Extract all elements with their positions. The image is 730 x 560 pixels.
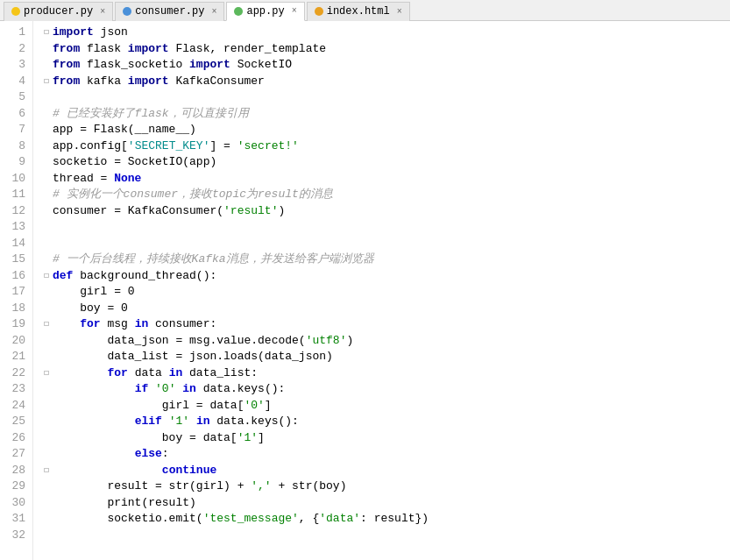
tab-icon-producer bbox=[11, 7, 20, 16]
fold-30[interactable] bbox=[40, 497, 53, 509]
fold-25[interactable] bbox=[40, 415, 53, 428]
code-line-16: ◻ def background_thread(): bbox=[40, 268, 730, 285]
fold-10[interactable] bbox=[40, 173, 53, 185]
code-line-21: data_list = json.loads(data_json) bbox=[40, 349, 730, 365]
ln-9: 9 bbox=[0, 154, 25, 171]
fold-20[interactable] bbox=[40, 335, 53, 347]
tab-label-producer: producer.py bbox=[24, 5, 93, 18]
tab-label-index: index.html bbox=[327, 5, 390, 18]
ln-18: 18 bbox=[0, 301, 25, 317]
ln-12: 12 bbox=[0, 203, 25, 220]
code-area[interactable]: ◻ import json from flask import Flask, r… bbox=[33, 21, 730, 560]
tab-close-index[interactable]: × bbox=[397, 7, 402, 17]
fold-28[interactable]: ◻ bbox=[40, 464, 53, 477]
code-line-20: data_json = msg.value.decode('utf8') bbox=[40, 333, 730, 350]
ln-15: 15 bbox=[0, 252, 25, 268]
fold-11[interactable] bbox=[40, 188, 53, 201]
fold-18[interactable] bbox=[40, 302, 53, 315]
fold-21[interactable] bbox=[40, 351, 53, 363]
code-line-12: consumer = KafkaConsumer('result') bbox=[40, 203, 730, 220]
fold-26[interactable] bbox=[40, 432, 53, 444]
fold-9[interactable] bbox=[40, 156, 53, 168]
fold-27[interactable] bbox=[40, 448, 53, 460]
code-line-23: if '0' in data.keys(): bbox=[40, 381, 730, 398]
tab-consumer[interactable]: consumer.py × bbox=[115, 2, 224, 21]
fold-16[interactable]: ◻ bbox=[40, 270, 53, 282]
code-line-32 bbox=[40, 528, 730, 544]
ln-31: 31 bbox=[0, 511, 25, 528]
ln-4: 4 bbox=[0, 74, 25, 90]
tab-index[interactable]: index.html × bbox=[307, 2, 410, 21]
fold-19[interactable]: ◻ bbox=[40, 318, 53, 330]
ln-24: 24 bbox=[0, 398, 25, 415]
fold-1[interactable]: ◻ bbox=[40, 26, 53, 39]
tab-close-producer[interactable]: × bbox=[100, 7, 105, 17]
code-line-24: girl = data['0'] bbox=[40, 398, 730, 415]
tab-icon-index bbox=[315, 7, 323, 16]
line-numbers: 1 2 3 4 5 6 7 8 9 10 11 12 13 14 15 16 1… bbox=[0, 21, 33, 560]
ln-1: 1 bbox=[0, 25, 25, 41]
ln-2: 2 bbox=[0, 41, 25, 58]
fold-3[interactable] bbox=[40, 59, 53, 71]
ln-3: 3 bbox=[0, 57, 25, 74]
tab-label-consumer: consumer.py bbox=[135, 5, 204, 18]
ln-6: 6 bbox=[0, 106, 25, 123]
code-line-1: ◻ import json bbox=[40, 25, 730, 41]
ln-17: 17 bbox=[0, 284, 25, 301]
ln-28: 28 bbox=[0, 463, 25, 479]
ln-20: 20 bbox=[0, 333, 25, 350]
fold-8[interactable] bbox=[40, 140, 53, 152]
ln-23: 23 bbox=[0, 381, 25, 398]
tab-producer[interactable]: producer.py × bbox=[4, 2, 113, 21]
fold-7[interactable] bbox=[40, 124, 53, 136]
fold-12[interactable] bbox=[40, 205, 53, 217]
code-line-28: ◻ continue bbox=[40, 463, 730, 479]
ln-10: 10 bbox=[0, 171, 25, 188]
fold-29[interactable] bbox=[40, 480, 53, 493]
fold-23[interactable] bbox=[40, 383, 53, 395]
code-line-25: elif '1' in data.keys(): bbox=[40, 414, 730, 430]
ln-29: 29 bbox=[0, 478, 25, 495]
fold-24[interactable] bbox=[40, 400, 53, 412]
editor-area: 1 2 3 4 5 6 7 8 9 10 11 12 13 14 15 16 1… bbox=[0, 21, 730, 560]
ln-14: 14 bbox=[0, 236, 25, 252]
code-line-30: print(result) bbox=[40, 495, 730, 512]
code-line-8: app.config['SECRET_KEY'] = 'secret!' bbox=[40, 138, 730, 155]
code-line-9: socketio = SocketIO(app) bbox=[40, 154, 730, 171]
fold-4[interactable]: ◻ bbox=[40, 75, 53, 88]
code-line-7: app = Flask(__name__) bbox=[40, 122, 730, 138]
code-line-31: socketio.emit('test_message', {'data': r… bbox=[40, 511, 730, 528]
ln-22: 22 bbox=[0, 365, 25, 382]
tab-app[interactable]: app.py × bbox=[226, 2, 304, 21]
fold-2[interactable] bbox=[40, 43, 53, 55]
code-line-5 bbox=[40, 89, 730, 106]
fold-6[interactable] bbox=[40, 108, 53, 120]
tab-close-app[interactable]: × bbox=[292, 6, 297, 16]
code-line-29: result = str(girl) + ',' + str(boy) bbox=[40, 478, 730, 495]
ln-5: 5 bbox=[0, 89, 25, 106]
tab-label-app: app.py bbox=[246, 5, 284, 18]
fold-22[interactable]: ◻ bbox=[40, 367, 53, 379]
code-line-19: ◻ for msg in consumer: bbox=[40, 316, 730, 333]
fold-31[interactable] bbox=[40, 513, 53, 525]
ln-8: 8 bbox=[0, 138, 25, 155]
code-line-13 bbox=[40, 219, 730, 236]
code-line-26: boy = data['1'] bbox=[40, 430, 730, 447]
fold-5[interactable] bbox=[40, 91, 53, 103]
ln-26: 26 bbox=[0, 430, 25, 447]
ln-32: 32 bbox=[0, 528, 25, 544]
fold-15[interactable] bbox=[40, 253, 53, 266]
ln-16: 16 bbox=[0, 268, 25, 285]
fold-13[interactable] bbox=[40, 221, 53, 233]
code-line-11: # 实例化一个consumer，接收topic为result的消息 bbox=[40, 187, 730, 203]
code-line-17: girl = 0 bbox=[40, 284, 730, 301]
ln-7: 7 bbox=[0, 122, 25, 138]
tab-close-consumer[interactable]: × bbox=[211, 7, 216, 17]
tab-icon-consumer bbox=[123, 7, 131, 16]
fold-14[interactable] bbox=[40, 237, 53, 250]
fold-17[interactable] bbox=[40, 286, 53, 298]
ln-25: 25 bbox=[0, 414, 25, 430]
fold-32[interactable] bbox=[40, 529, 53, 542]
code-line-4: ◻ from kafka import KafkaConsumer bbox=[40, 74, 730, 90]
tab-icon-app bbox=[234, 7, 243, 16]
